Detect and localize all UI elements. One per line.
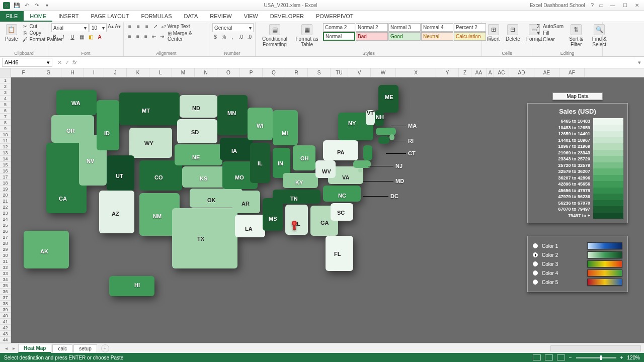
tab-home[interactable]: HOME xyxy=(24,11,52,22)
worksheet-canvas[interactable]: WAORCANVIDMTWYUTAZCONMNDSDNEKSOKTXMNIAMO… xyxy=(11,77,644,343)
row-header[interactable]: 30 xyxy=(0,252,11,258)
row-header[interactable]: 12 xyxy=(0,144,11,150)
color-option[interactable]: Color 3 xyxy=(533,260,622,267)
maximize-icon[interactable]: ☐ xyxy=(620,3,630,8)
row-header[interactable]: 21 xyxy=(0,198,11,204)
column-header[interactable]: TU xyxy=(331,68,348,77)
column-header[interactable]: I xyxy=(84,68,104,77)
zoom-out-icon[interactable]: − xyxy=(569,355,572,360)
color-option[interactable]: Color 1 xyxy=(533,242,622,249)
row-header[interactable]: 6 xyxy=(0,108,11,114)
row-header[interactable]: 33 xyxy=(0,270,11,277)
column-header[interactable]: K xyxy=(127,68,149,77)
column-header[interactable]: AD xyxy=(509,68,534,77)
row-header[interactable]: 15 xyxy=(0,162,11,168)
cancel-icon[interactable]: ✕ xyxy=(57,59,62,66)
zoom-in-icon[interactable]: + xyxy=(620,355,623,360)
row-header[interactable]: 24 xyxy=(0,216,11,222)
row-header[interactable]: 25 xyxy=(0,222,11,228)
add-sheet-button[interactable]: + xyxy=(101,344,109,352)
column-header[interactable]: AA xyxy=(471,68,487,77)
radio-icon[interactable] xyxy=(533,270,538,276)
column-header[interactable]: O xyxy=(217,68,240,77)
state-dc[interactable] xyxy=(358,168,362,172)
tab-nav-next-icon[interactable]: ▸ xyxy=(11,345,17,351)
cell-styles-gallery[interactable]: Comma 2 Normal 2 Normal 3 Normal 4 Perce… xyxy=(323,23,486,41)
clear-button[interactable]: ◇Clear xyxy=(535,36,564,42)
row-header[interactable]: 19 xyxy=(0,186,11,192)
column-header[interactable]: N xyxy=(195,68,217,77)
row-header[interactable]: 23 xyxy=(0,210,11,216)
column-header[interactable]: AE xyxy=(534,68,559,77)
state-mi[interactable] xyxy=(273,110,298,145)
percent-icon[interactable]: % xyxy=(221,34,227,40)
column-header[interactable]: Q xyxy=(263,68,285,77)
account-name[interactable]: Excel Dashboard School xyxy=(530,3,585,8)
sheet-tab-setup[interactable]: setup xyxy=(73,344,97,352)
row-header[interactable]: 28 xyxy=(0,240,11,246)
align-left-icon[interactable]: ≡ xyxy=(127,33,132,39)
column-header[interactable]: M xyxy=(172,68,195,77)
font-size-select[interactable]: 10▾ xyxy=(90,23,107,32)
number-format-select[interactable]: General▾ xyxy=(212,23,254,32)
name-box[interactable]: AH46▾ xyxy=(2,58,52,67)
column-header[interactable]: AC xyxy=(494,68,509,77)
redo-icon[interactable]: ↷ xyxy=(33,2,40,9)
row-header[interactable]: 40 xyxy=(0,313,11,319)
color-option[interactable]: Color 2 xyxy=(533,251,622,258)
autosum-button[interactable]: ΣAutoSum xyxy=(535,23,564,29)
formula-input[interactable] xyxy=(80,58,635,67)
row-header[interactable]: 9 xyxy=(0,126,11,132)
radio-icon[interactable] xyxy=(533,243,538,248)
tab-nav-prev-icon[interactable]: ◂ xyxy=(3,345,10,351)
row-header[interactable]: 38 xyxy=(0,301,11,307)
row-header[interactable]: 42 xyxy=(0,325,11,331)
row-header[interactable]: 18 xyxy=(0,180,11,186)
sort-filter-button[interactable]: ⇅Sort & Filter xyxy=(566,23,587,48)
state-ct[interactable] xyxy=(378,136,389,144)
row-header[interactable]: 20 xyxy=(0,192,11,198)
delete-cells-button[interactable]: ⊟Delete xyxy=(504,23,522,43)
tab-developer[interactable]: DEVELOPER xyxy=(264,11,310,22)
tab-file[interactable]: FILE xyxy=(0,11,24,22)
enter-icon[interactable]: ✓ xyxy=(65,59,69,66)
row-header[interactable]: 43 xyxy=(0,331,11,337)
normal-view-icon[interactable] xyxy=(533,354,541,360)
row-header[interactable]: 22 xyxy=(0,204,11,210)
currency-icon[interactable]: $ xyxy=(212,34,218,40)
row-header[interactable]: 10 xyxy=(0,132,11,138)
italic-icon[interactable]: I xyxy=(60,34,66,40)
close-icon[interactable]: ✕ xyxy=(632,3,642,8)
column-header[interactable]: F xyxy=(11,68,36,77)
indent-dec-icon[interactable]: ⇤ xyxy=(151,33,157,39)
align-center-icon[interactable]: ≡ xyxy=(135,33,140,39)
align-mid-icon[interactable]: ≡ xyxy=(135,23,141,29)
sheet-tab-heat-map[interactable]: Heat Map xyxy=(18,344,51,353)
color-option[interactable]: Color 5 xyxy=(533,279,622,286)
row-header[interactable]: 37 xyxy=(0,295,11,301)
row-header[interactable]: 1 xyxy=(0,77,11,83)
radio-icon[interactable] xyxy=(533,280,538,285)
row-header[interactable]: 41 xyxy=(0,319,11,325)
row-header[interactable]: 17 xyxy=(0,174,11,180)
minimize-icon[interactable]: — xyxy=(608,3,618,8)
radio-icon[interactable] xyxy=(533,261,538,266)
row-header[interactable]: 4 xyxy=(0,96,11,102)
row-header[interactable]: 36 xyxy=(0,289,11,295)
radio-icon[interactable] xyxy=(533,252,538,257)
horizontal-scrollbar[interactable] xyxy=(550,345,641,351)
column-header[interactable]: W xyxy=(371,68,396,77)
align-right-icon[interactable]: ≡ xyxy=(143,33,148,39)
format-as-table-button[interactable]: ▦Format as Table xyxy=(293,23,321,48)
conditional-formatting-button[interactable]: ▤Conditional Formatting xyxy=(259,23,291,48)
tab-review[interactable]: REVIEW xyxy=(204,11,237,22)
map-pin-icon[interactable] xyxy=(290,221,298,232)
row-header[interactable]: 44 xyxy=(0,337,11,343)
row-header[interactable]: 26 xyxy=(0,228,11,234)
state-nj[interactable] xyxy=(363,145,372,160)
state-ma[interactable] xyxy=(376,128,396,135)
save-icon[interactable]: 💾 xyxy=(13,2,20,9)
find-select-button[interactable]: 🔍Find & Select xyxy=(589,23,610,48)
ribbon-options-icon[interactable]: ▭ xyxy=(596,3,606,8)
insert-cells-button[interactable]: ⊞Insert xyxy=(485,23,502,43)
